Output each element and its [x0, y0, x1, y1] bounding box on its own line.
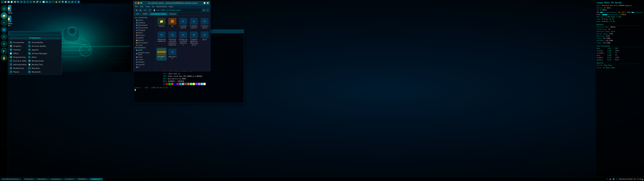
- tray-bluetooth-icon[interactable]: 🔵: [612, 178, 615, 180]
- breadcrumb-home[interactable]: 🏠: [153, 9, 155, 11]
- taskbar-email-icon[interactable]: ✉: [1, 34, 7, 40]
- app-menu-search-input[interactable]: [10, 32, 60, 35]
- app-atom[interactable]: ⚛ Atom: [27, 55, 62, 59]
- taskbar-item-arc-theme[interactable]: arc-theme-...: [64, 178, 76, 180]
- app-icon-18[interactable]: 🎬: [58, 0, 61, 3]
- app-icon-20[interactable]: 📡: [64, 0, 68, 3]
- sidebar-documents[interactable]: Documents: [134, 26, 155, 29]
- sidebar-file-system[interactable]: File System: [134, 42, 155, 44]
- tab-arc-theme-colora[interactable]: arc-theme-colora: [150, 12, 168, 16]
- sidebar-pictures[interactable]: Pictures: [134, 34, 155, 36]
- taskbar-item-simplescr[interactable]: [SimpleScre...: [36, 178, 50, 180]
- category-office[interactable]: 📝 Office: [8, 52, 26, 55]
- app-icon-2[interactable]: 🔄: [7, 0, 10, 3]
- taskbar-item-readme[interactable]: README.m...: [77, 178, 90, 180]
- toolbar-refresh-button[interactable]: ↺: [148, 9, 152, 12]
- app-icon-9[interactable]: 🖱: [29, 0, 32, 3]
- taskbar-item-erikdubois[interactable]: [erikdubois/...: [50, 178, 63, 180]
- app-icon-16[interactable]: 📱: [52, 0, 55, 3]
- file-script-1[interactable]: $| 1-change-color.sh: [178, 17, 188, 30]
- category-administration[interactable]: 🛡 Administration: [8, 63, 26, 66]
- toolbar-back-button[interactable]: ◀: [134, 9, 138, 12]
- sidebar-trash[interactable]: Trash: [134, 44, 155, 46]
- file-script-4[interactable]: $| 4-final-installation.sh: [157, 31, 166, 46]
- all-apps-button[interactable]: All Applications: [9, 36, 61, 40]
- category-accessories[interactable]: 🔧 Accessories: [8, 40, 26, 44]
- menu-go[interactable]: Go: [152, 6, 154, 8]
- app-bluetooth[interactable]: 🔵 Bluetooth: [27, 70, 62, 74]
- app-icon-1[interactable]: 📁: [4, 0, 7, 3]
- file-git-sh[interactable]: $| git.sh: [200, 31, 209, 46]
- tab-erik[interactable]: erik: [134, 12, 141, 16]
- sidebar-home[interactable]: Home: [134, 19, 155, 22]
- taskbar-clock[interactable]: Monday October 10, 11:25 ▲: [619, 178, 643, 180]
- file-setup-git[interactable]: $| setup-git.sh: [168, 48, 177, 60]
- app-icon-7[interactable]: 🔧: [23, 0, 26, 3]
- view-grid-button[interactable]: ⊞: [202, 9, 206, 12]
- menu-bookmarks[interactable]: Bookmarks: [156, 6, 167, 8]
- sidebar-desktop[interactable]: Desktop: [134, 22, 155, 24]
- app-icon-21[interactable]: 🗑: [68, 0, 70, 3]
- sidebar-recent[interactable]: Recent: [134, 39, 155, 42]
- app-icon-23[interactable]: ⬇: [74, 0, 77, 3]
- sidebar-downloads[interactable]: Downloads: [134, 24, 155, 26]
- app-icon-22[interactable]: 🔗: [71, 0, 74, 3]
- tab-themes[interactable]: themes: [168, 12, 178, 16]
- sidebar-themes-icons-pack[interactable]: themes-icons-pack: [134, 52, 155, 56]
- breadcrumb-data[interactable]: DATA: [161, 9, 165, 11]
- sidebar-data[interactable]: DATA: [134, 49, 155, 52]
- app-icon-14[interactable]: ⌨: [45, 0, 48, 3]
- menu-help[interactable]: Help: [169, 6, 173, 8]
- sidebar-music[interactable]: Music: [134, 32, 155, 34]
- category-recent[interactable]: 🕐 Recent Files: [8, 74, 26, 74]
- taskbar-media-icon[interactable]: ▶: [1, 48, 7, 54]
- app-icon-3[interactable]: 📝: [10, 0, 13, 3]
- category-preferences[interactable]: ⚙ Preferences: [8, 66, 26, 70]
- sidebar-icons[interactable]: icons: [134, 56, 155, 58]
- app-icon-8[interactable]: 🎵: [26, 0, 29, 3]
- tray-network-icon[interactable]: ⬆: [606, 178, 608, 180]
- app-archive-manager[interactable]: 🗜 Archive Manager: [27, 52, 62, 55]
- app-account-details[interactable]: 👤 Account details: [27, 44, 62, 48]
- toolbar-up-button[interactable]: ▲: [143, 9, 147, 12]
- breadcrumb-erik[interactable]: erik: [156, 9, 160, 11]
- app-accessibility[interactable]: ♿ Accessibility: [27, 40, 62, 44]
- app-brackets[interactable]: { } Brackets: [27, 74, 62, 74]
- file-script-5[interactable]: $| 5-moving-and-renaming-the-themes.sh: [168, 31, 177, 46]
- app-applets[interactable]: 🔌 Applets: [27, 48, 62, 52]
- category-programming[interactable]: ⌨ Programming: [8, 55, 26, 59]
- tray-volume-icon[interactable]: 🔊: [609, 178, 612, 180]
- app-icon-19[interactable]: 💡: [61, 0, 64, 3]
- toolbar-forward-button[interactable]: ▶: [139, 9, 142, 12]
- sidebar-videos[interactable]: Videos: [134, 36, 155, 39]
- app-icon-6[interactable]: 🖥: [20, 0, 23, 3]
- category-places[interactable]: 📍 Places: [8, 70, 26, 74]
- app-icon-10[interactable]: 📸: [32, 0, 36, 3]
- app-icon-15[interactable]: 🖨: [48, 0, 52, 3]
- app-icon-13[interactable]: 📊: [42, 0, 45, 3]
- taskbar-settings-icon[interactable]: ⚙: [1, 40, 7, 47]
- app-icon-11[interactable]: 🔑: [36, 0, 39, 3]
- tray-update-icon[interactable]: ⬇: [616, 178, 618, 180]
- menu-view[interactable]: View: [146, 6, 150, 8]
- sidebar-aureola[interactable]: aureola: [134, 63, 155, 66]
- taskbar-item-tony[interactable]: Tony Junior...: [23, 178, 36, 180]
- file-script-7[interactable]: $| 7-install-original-arc-theme-again.sh: [189, 31, 198, 46]
- app-banshee[interactable]: 🎵 Banshee: [27, 66, 62, 70]
- file-script-3[interactable]: $| 3-make-assets.sh: [200, 17, 209, 30]
- file-script-2[interactable]: $| 2-delete-assets.sh: [189, 17, 198, 30]
- app-icon-4[interactable]: 🎨: [14, 0, 16, 3]
- taskbar-browser-icon[interactable]: 🌐: [1, 26, 7, 33]
- file-readme[interactable]: README README.sh: [157, 48, 166, 60]
- app-icon-5[interactable]: 🔍: [16, 0, 20, 3]
- sidebar-themes[interactable]: themes: [134, 61, 155, 63]
- taskbar-terminal-icon[interactable]: ▮: [1, 20, 7, 26]
- file-themes[interactable]: 📁 themes: [157, 17, 166, 30]
- sidebar-dropbox[interactable]: Dropbox: [134, 29, 155, 32]
- view-list-button[interactable]: ≡: [206, 9, 209, 12]
- taskbar-lock-icon[interactable]: 🔒: [1, 55, 7, 61]
- app-backup-tool[interactable]: 💾 Backup Tool: [27, 63, 62, 66]
- category-internet[interactable]: 🌐 Internet: [8, 48, 26, 52]
- app-icon-24[interactable]: 🔷: [77, 0, 80, 3]
- app-icon-0[interactable]: 🗂: [1, 0, 4, 3]
